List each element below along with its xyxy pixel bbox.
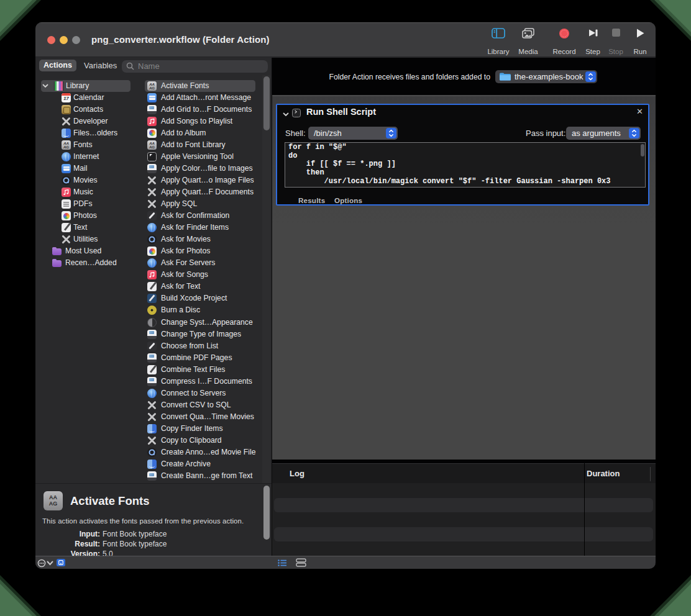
svg-text:AG: AG <box>63 145 69 148</box>
svg-text:AG: AG <box>149 86 155 89</box>
svg-text:AG: AG <box>149 145 155 148</box>
